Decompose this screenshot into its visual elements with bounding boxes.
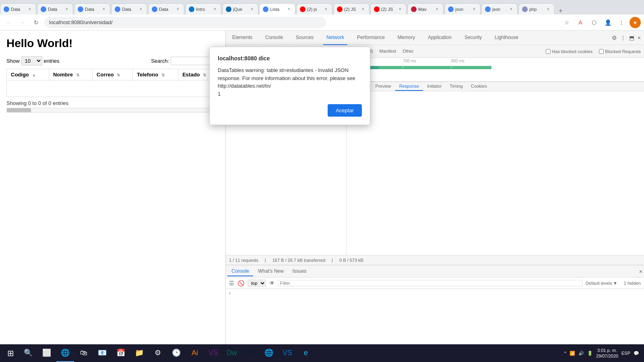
- devtools-tab-console[interactable]: Console: [262, 31, 286, 45]
- tab-12[interactable]: Mav ×: [407, 3, 444, 14]
- tab-close-4[interactable]: ×: [138, 6, 144, 12]
- devtools-tab-elements[interactable]: Elements: [229, 31, 256, 45]
- console-prompt-arrow[interactable]: ›: [229, 290, 231, 296]
- taskbar-edge-icon[interactable]: 🌐: [56, 344, 74, 362]
- tray-volume-icon[interactable]: 🔊: [578, 351, 584, 356]
- devtools-tab-sources[interactable]: Sources: [293, 31, 317, 45]
- tab-close-1[interactable]: ×: [27, 6, 33, 12]
- console-clear-icon[interactable]: 🚫: [237, 280, 244, 286]
- tray-network-icon[interactable]: 📶: [570, 351, 575, 356]
- aceptar-button[interactable]: Aceptar: [328, 104, 362, 117]
- devtools-more-icon[interactable]: ⋮: [620, 35, 626, 41]
- filter-other[interactable]: Other: [401, 48, 415, 55]
- start-button[interactable]: ⊞: [2, 344, 19, 362]
- devtools-tab-network[interactable]: Network: [323, 31, 347, 45]
- tab-close-5[interactable]: ×: [175, 6, 181, 12]
- console-default-levels[interactable]: Default levels ▼: [586, 281, 617, 286]
- taskbar-vscode-icon[interactable]: VS: [279, 344, 296, 362]
- taskbar-clock-icon[interactable]: 🕒: [167, 344, 185, 362]
- tab-15[interactable]: php ×: [518, 3, 555, 14]
- taskbar-settings2-icon[interactable]: ⚙: [149, 344, 167, 362]
- devtools-tab-lighthouse[interactable]: Lighthouse: [491, 31, 522, 45]
- avatar[interactable]: e: [630, 17, 641, 28]
- response-tab-cookies[interactable]: Cookies: [467, 82, 491, 91]
- has-blocked-cookies-input[interactable]: [546, 49, 551, 54]
- tab-close-13[interactable]: ×: [471, 6, 477, 12]
- reload-button[interactable]: ↻: [31, 17, 42, 28]
- tab-7[interactable]: jQue ×: [222, 3, 258, 14]
- devtools-tab-memory[interactable]: Memory: [394, 31, 418, 45]
- taskbar-search-icon[interactable]: 🔍: [19, 344, 37, 362]
- tab-1[interactable]: Data ×: [0, 3, 36, 14]
- devtools-undock-icon[interactable]: ⬒: [629, 35, 634, 41]
- url-input[interactable]: [44, 17, 326, 28]
- taskbar-store-icon[interactable]: 🛍: [75, 344, 93, 362]
- devtools-close-icon[interactable]: ×: [638, 35, 641, 41]
- tab-close-6[interactable]: ×: [212, 6, 218, 12]
- bookmark-icon[interactable]: ☆: [561, 17, 572, 28]
- console-sidebar-icon[interactable]: ☰: [229, 280, 234, 286]
- tab-4[interactable]: Data ×: [111, 3, 147, 14]
- col-codigo[interactable]: Codigo ▲: [7, 69, 49, 80]
- tab-5[interactable]: Data ×: [148, 3, 184, 14]
- tab-close-11[interactable]: ×: [397, 6, 403, 12]
- forward-button[interactable]: →: [17, 17, 28, 28]
- tab-close-9[interactable]: ×: [323, 6, 329, 12]
- console-eye-icon[interactable]: 👁: [269, 280, 275, 286]
- taskbar-explorer-icon[interactable]: 📁: [130, 344, 148, 362]
- devtools-tab-performance[interactable]: Performance: [354, 31, 388, 45]
- tab-3[interactable]: Data ×: [74, 3, 110, 14]
- console-tab-issues[interactable]: Issues: [289, 267, 311, 276]
- tab-close-12[interactable]: ×: [434, 6, 440, 12]
- console-filter-input[interactable]: [278, 280, 582, 286]
- system-clock[interactable]: 3:01 p. m. 29/07/2020: [596, 348, 618, 359]
- tab-6[interactable]: Intro ×: [185, 3, 221, 14]
- tray-chevron[interactable]: ^: [564, 351, 566, 356]
- taskbar-illustrator-icon[interactable]: Ai: [186, 344, 204, 362]
- settings-icon[interactable]: ⋮: [616, 17, 627, 28]
- back-button[interactable]: ←: [3, 17, 14, 28]
- devtools-settings-icon[interactable]: ⚙: [612, 35, 617, 41]
- tray-notifications-icon[interactable]: 💬: [634, 351, 639, 356]
- taskbar-ie-icon[interactable]: e: [297, 344, 315, 362]
- col-correo[interactable]: Correo ⇅: [93, 69, 133, 80]
- tab-close-14[interactable]: ×: [508, 6, 514, 12]
- console-close-icon[interactable]: ×: [639, 268, 642, 275]
- col-telefono[interactable]: Telefono ⇅: [132, 69, 178, 80]
- new-tab-button[interactable]: +: [555, 7, 566, 14]
- tab-8[interactable]: Lista ×: [259, 3, 295, 14]
- taskbar-chrome-icon[interactable]: 🌐: [260, 344, 278, 362]
- console-context-select[interactable]: top: [248, 280, 266, 287]
- tab-close-15[interactable]: ×: [545, 6, 551, 12]
- taskbar-mail-icon[interactable]: 📧: [93, 344, 111, 362]
- profile-icon[interactable]: 👤: [602, 17, 613, 28]
- taskbar-dreamweaver-icon[interactable]: Dw: [223, 344, 241, 362]
- entries-select[interactable]: 10 25 50 100: [21, 56, 42, 66]
- devtools-tab-security[interactable]: Security: [461, 31, 485, 45]
- tab-2[interactable]: Data ×: [37, 3, 73, 14]
- tab-close-7[interactable]: ×: [249, 6, 255, 12]
- acrobat-icon[interactable]: A: [575, 17, 586, 28]
- col-nombre[interactable]: Nombre ⇅: [49, 69, 92, 80]
- taskbar-vs-icon[interactable]: VS: [204, 344, 222, 362]
- blocked-requests-input[interactable]: [599, 49, 604, 54]
- filter-manifest[interactable]: Manifest: [378, 48, 398, 55]
- extensions-icon[interactable]: ⬡: [588, 17, 600, 28]
- taskbar-photoshop-icon[interactable]: Ps: [242, 344, 259, 362]
- tab-10[interactable]: (2) JS ×: [333, 3, 369, 14]
- tab-11[interactable]: (2) JS ×: [370, 3, 407, 14]
- response-tab-timing[interactable]: Timing: [446, 82, 467, 91]
- devtools-tab-application[interactable]: Application: [425, 31, 455, 45]
- tab-9[interactable]: (2) js ×: [296, 3, 332, 14]
- tab-close-3[interactable]: ×: [101, 6, 107, 12]
- tab-close-10[interactable]: ×: [360, 6, 366, 12]
- taskbar-calendar-icon[interactable]: 📅: [112, 344, 130, 362]
- response-tab-response[interactable]: Response: [395, 82, 423, 91]
- scroll-bar-container[interactable]: [6, 108, 219, 113]
- tab-14[interactable]: json ×: [481, 3, 518, 14]
- tab-close-2[interactable]: ×: [64, 6, 70, 12]
- tab-13[interactable]: json ×: [444, 3, 481, 14]
- response-tab-initiator[interactable]: Initiator: [423, 82, 446, 91]
- console-tab-console[interactable]: Console: [227, 267, 253, 276]
- console-tab-whatsnew[interactable]: What's New: [254, 267, 288, 276]
